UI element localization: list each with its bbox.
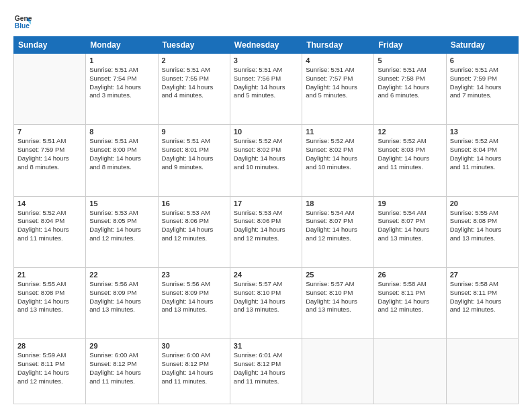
day-number: 25 [306, 271, 370, 279]
day-info: Sunrise: 5:52 AMSunset: 8:02 PMDaylight:… [234, 137, 298, 171]
calendar-cell: 22Sunrise: 5:56 AMSunset: 8:09 PMDayligh… [86, 267, 158, 338]
day-number: 23 [162, 271, 226, 279]
calendar-cell: 3Sunrise: 5:51 AMSunset: 7:56 PMDaylight… [230, 54, 302, 125]
calendar-cell [374, 339, 446, 404]
day-info: Sunrise: 5:52 AMSunset: 8:02 PMDaylight:… [306, 137, 370, 171]
weekday-header-wednesday: Wednesday [230, 37, 302, 54]
weekday-header-sunday: Sunday [14, 37, 86, 54]
calendar-cell: 31Sunrise: 6:01 AMSunset: 8:12 PMDayligh… [230, 339, 302, 404]
day-info: Sunrise: 5:58 AMSunset: 8:11 PMDaylight:… [450, 280, 515, 314]
week-row-4: 21Sunrise: 5:55 AMSunset: 8:08 PMDayligh… [14, 267, 519, 338]
day-number: 29 [89, 342, 154, 350]
calendar-cell: 19Sunrise: 5:54 AMSunset: 8:07 PMDayligh… [374, 196, 446, 267]
logo: General Blue [13, 12, 35, 31]
day-number: 12 [378, 128, 442, 136]
week-row-2: 7Sunrise: 5:51 AMSunset: 7:59 PMDaylight… [14, 125, 519, 196]
day-number: 22 [89, 271, 154, 279]
day-number: 1 [89, 56, 154, 64]
calendar-cell: 7Sunrise: 5:51 AMSunset: 7:59 PMDaylight… [14, 125, 86, 196]
day-info: Sunrise: 5:51 AMSunset: 7:59 PMDaylight:… [17, 137, 82, 171]
day-number: 15 [89, 199, 154, 208]
day-info: Sunrise: 5:51 AMSunset: 7:55 PMDaylight:… [162, 66, 226, 100]
weekday-header-monday: Monday [86, 37, 158, 54]
day-info: Sunrise: 5:52 AMSunset: 8:04 PMDaylight:… [17, 209, 82, 243]
day-number: 28 [17, 342, 82, 350]
calendar-cell: 29Sunrise: 6:00 AMSunset: 8:12 PMDayligh… [86, 339, 158, 404]
day-info: Sunrise: 5:53 AMSunset: 8:06 PMDaylight:… [234, 209, 298, 243]
day-number: 26 [378, 271, 442, 279]
weekday-header-tuesday: Tuesday [158, 37, 230, 54]
day-number: 16 [162, 199, 226, 208]
day-info: Sunrise: 5:59 AMSunset: 8:11 PMDaylight:… [17, 351, 82, 385]
day-number: 11 [306, 128, 370, 136]
calendar-cell: 26Sunrise: 5:58 AMSunset: 8:11 PMDayligh… [374, 267, 446, 338]
svg-text:Blue: Blue [15, 22, 30, 30]
calendar-cell: 28Sunrise: 5:59 AMSunset: 8:11 PMDayligh… [14, 339, 86, 404]
day-info: Sunrise: 5:55 AMSunset: 8:08 PMDaylight:… [450, 209, 515, 243]
day-number: 20 [450, 199, 515, 208]
header: General Blue [13, 12, 519, 31]
day-info: Sunrise: 5:56 AMSunset: 8:09 PMDaylight:… [162, 280, 226, 314]
page: General Blue SundayMondayTuesdayWednesda… [0, 0, 532, 411]
day-info: Sunrise: 5:57 AMSunset: 8:10 PMDaylight:… [234, 280, 298, 314]
weekday-header-friday: Friday [374, 37, 446, 54]
calendar-cell: 8Sunrise: 5:51 AMSunset: 8:00 PMDaylight… [86, 125, 158, 196]
calendar-cell: 21Sunrise: 5:55 AMSunset: 8:08 PMDayligh… [14, 267, 86, 338]
calendar-cell: 5Sunrise: 5:51 AMSunset: 7:58 PMDaylight… [374, 54, 446, 125]
day-number: 6 [450, 56, 515, 64]
calendar-cell [302, 339, 374, 404]
day-info: Sunrise: 5:54 AMSunset: 8:07 PMDaylight:… [378, 209, 442, 243]
weekday-header-saturday: Saturday [446, 37, 518, 54]
calendar-cell: 25Sunrise: 5:57 AMSunset: 8:10 PMDayligh… [302, 267, 374, 338]
day-info: Sunrise: 5:51 AMSunset: 7:54 PMDaylight:… [89, 66, 154, 100]
calendar-cell: 30Sunrise: 6:00 AMSunset: 8:12 PMDayligh… [158, 339, 230, 404]
weekday-header-thursday: Thursday [302, 37, 374, 54]
day-number: 17 [234, 199, 298, 208]
day-number: 9 [162, 128, 226, 136]
calendar-cell: 11Sunrise: 5:52 AMSunset: 8:02 PMDayligh… [302, 125, 374, 196]
day-info: Sunrise: 5:54 AMSunset: 8:07 PMDaylight:… [306, 209, 370, 243]
week-row-3: 14Sunrise: 5:52 AMSunset: 8:04 PMDayligh… [14, 196, 519, 267]
day-number: 8 [89, 128, 154, 136]
day-number: 3 [234, 56, 298, 64]
weekday-header-row: SundayMondayTuesdayWednesdayThursdayFrid… [14, 37, 519, 54]
day-number: 19 [378, 199, 442, 208]
calendar-cell: 1Sunrise: 5:51 AMSunset: 7:54 PMDaylight… [86, 54, 158, 125]
calendar-cell: 14Sunrise: 5:52 AMSunset: 8:04 PMDayligh… [14, 196, 86, 267]
calendar-cell: 27Sunrise: 5:58 AMSunset: 8:11 PMDayligh… [446, 267, 518, 338]
day-number: 2 [162, 56, 226, 64]
day-info: Sunrise: 6:00 AMSunset: 8:12 PMDaylight:… [89, 351, 154, 385]
calendar-cell: 2Sunrise: 5:51 AMSunset: 7:55 PMDaylight… [158, 54, 230, 125]
day-number: 31 [234, 342, 298, 350]
calendar-cell: 6Sunrise: 5:51 AMSunset: 7:59 PMDaylight… [446, 54, 518, 125]
calendar-cell: 15Sunrise: 5:53 AMSunset: 8:05 PMDayligh… [86, 196, 158, 267]
calendar-cell [14, 54, 86, 125]
day-info: Sunrise: 5:55 AMSunset: 8:08 PMDaylight:… [17, 280, 82, 314]
day-info: Sunrise: 5:51 AMSunset: 8:01 PMDaylight:… [162, 137, 226, 171]
calendar-cell: 20Sunrise: 5:55 AMSunset: 8:08 PMDayligh… [446, 196, 518, 267]
day-info: Sunrise: 5:53 AMSunset: 8:05 PMDaylight:… [89, 209, 154, 243]
day-info: Sunrise: 5:58 AMSunset: 8:11 PMDaylight:… [378, 280, 442, 314]
day-number: 4 [306, 56, 370, 64]
calendar-cell: 13Sunrise: 5:52 AMSunset: 8:04 PMDayligh… [446, 125, 518, 196]
day-number: 10 [234, 128, 298, 136]
day-info: Sunrise: 5:53 AMSunset: 8:06 PMDaylight:… [162, 209, 226, 243]
day-number: 24 [234, 271, 298, 279]
calendar-cell: 9Sunrise: 5:51 AMSunset: 8:01 PMDaylight… [158, 125, 230, 196]
calendar: SundayMondayTuesdayWednesdayThursdayFrid… [13, 36, 519, 404]
logo-icon: General Blue [13, 12, 32, 31]
day-info: Sunrise: 5:57 AMSunset: 8:10 PMDaylight:… [306, 280, 370, 314]
day-info: Sunrise: 6:01 AMSunset: 8:12 PMDaylight:… [234, 351, 298, 385]
day-info: Sunrise: 5:52 AMSunset: 8:04 PMDaylight:… [450, 137, 515, 171]
day-number: 14 [17, 199, 82, 208]
day-info: Sunrise: 5:52 AMSunset: 8:03 PMDaylight:… [378, 137, 442, 171]
calendar-cell: 4Sunrise: 5:51 AMSunset: 7:57 PMDaylight… [302, 54, 374, 125]
calendar-cell: 10Sunrise: 5:52 AMSunset: 8:02 PMDayligh… [230, 125, 302, 196]
day-info: Sunrise: 5:51 AMSunset: 8:00 PMDaylight:… [89, 137, 154, 171]
day-number: 21 [17, 271, 82, 279]
week-row-5: 28Sunrise: 5:59 AMSunset: 8:11 PMDayligh… [14, 339, 519, 404]
day-info: Sunrise: 5:56 AMSunset: 8:09 PMDaylight:… [89, 280, 154, 314]
day-number: 18 [306, 199, 370, 208]
day-number: 7 [17, 128, 82, 136]
calendar-cell: 16Sunrise: 5:53 AMSunset: 8:06 PMDayligh… [158, 196, 230, 267]
